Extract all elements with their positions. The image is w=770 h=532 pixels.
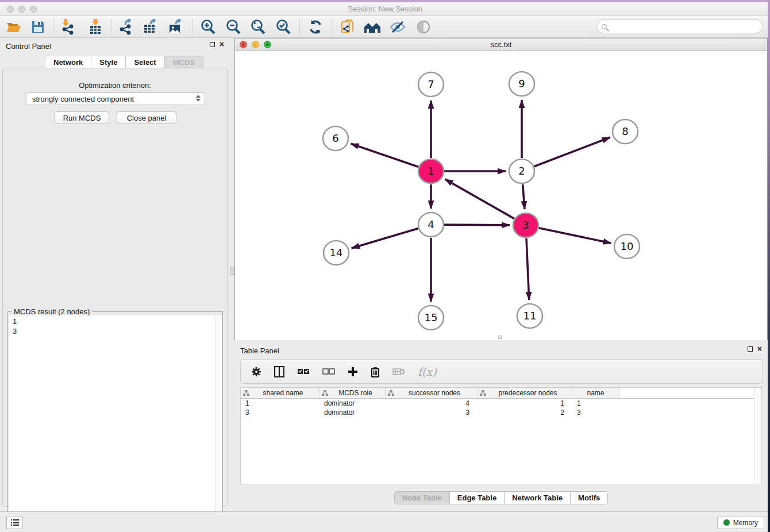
hide-selected-icon[interactable]	[388, 18, 407, 36]
table-header-row: shared name MCDS role successor nodes pr…	[241, 388, 761, 399]
tab-motifs[interactable]: Motifs	[571, 491, 608, 504]
panel-splitter[interactable]	[230, 38, 234, 511]
search-field[interactable]	[596, 20, 763, 33]
column-header-name[interactable]: name	[572, 388, 619, 398]
graph-edge-4-3[interactable]	[444, 225, 510, 225]
table-options-gear-icon[interactable]	[251, 367, 261, 377]
table-scrollbar[interactable]	[754, 388, 761, 484]
graph-node-8[interactable]: 8	[613, 119, 638, 144]
svg-text:9: 9	[518, 78, 525, 90]
splitter-grip[interactable]	[230, 267, 234, 275]
svg-text:1: 1	[428, 165, 434, 177]
mcds-result-scrollbar[interactable]	[215, 315, 221, 529]
graph-node-11[interactable]: 11	[517, 304, 542, 328]
cell-successor-nodes[interactable]: 3	[386, 408, 478, 417]
run-mcds-button[interactable]: Run MCDS	[55, 111, 109, 124]
delete-column-icon[interactable]	[392, 367, 405, 376]
sort-icon	[388, 390, 394, 396]
open-file-icon[interactable]	[5, 18, 23, 36]
graph-node-10[interactable]: 10	[614, 234, 640, 259]
graph-node-6[interactable]: 6	[323, 126, 348, 151]
graph-node-9[interactable]: 9	[509, 72, 534, 96]
graph-node-14[interactable]: 14	[324, 241, 349, 265]
show-all-icon[interactable]	[414, 18, 433, 36]
import-table-icon[interactable]	[86, 18, 105, 36]
tab-network-table[interactable]: Network Table	[505, 491, 571, 504]
select-all-icon[interactable]	[297, 368, 310, 376]
deselect-all-icon[interactable]	[322, 368, 335, 376]
save-session-icon[interactable]	[29, 18, 47, 36]
tab-mcds[interactable]: MCDS	[164, 56, 203, 68]
memory-button[interactable]: Memory	[717, 516, 764, 529]
svg-text:4: 4	[428, 218, 434, 230]
network-canvas[interactable]: 7968124314101511	[235, 51, 767, 340]
float-table-panel-icon[interactable]	[748, 346, 753, 352]
export-image-icon[interactable]	[167, 18, 185, 36]
task-history-button[interactable]	[6, 516, 23, 529]
column-header-mcds-role[interactable]: MCDS role	[319, 388, 386, 398]
close-panel-button[interactable]: Close panel	[117, 111, 176, 124]
refresh-icon[interactable]	[306, 18, 325, 36]
cell-mcds-role[interactable]: dominator	[319, 408, 386, 417]
graph-node-4[interactable]: 4	[418, 213, 444, 237]
cell-shared-name[interactable]: 3	[241, 408, 319, 417]
tab-edge-table[interactable]: Edge Table	[450, 491, 505, 504]
insert-column-icon[interactable]	[274, 366, 284, 377]
zoom-fit-icon[interactable]	[249, 18, 267, 36]
export-table-icon[interactable]	[141, 18, 160, 36]
cell-mcds-role[interactable]: dominator	[319, 399, 386, 408]
table-panel: Table Panel × f(x) shar	[234, 342, 768, 511]
import-network-icon[interactable]	[59, 18, 78, 36]
list-icon	[11, 519, 19, 526]
graph-edge-3-1[interactable]	[445, 179, 514, 219]
graph-node-1[interactable]: 1	[418, 159, 444, 183]
float-panel-icon[interactable]	[210, 42, 215, 47]
tab-style[interactable]: Style	[91, 56, 125, 68]
search-input[interactable]	[610, 22, 763, 30]
cell-name[interactable]: 1	[572, 399, 619, 408]
graph-edge-4-14[interactable]	[352, 229, 418, 248]
graph-node-7[interactable]: 7	[418, 72, 444, 97]
tab-network[interactable]: Network	[45, 56, 91, 68]
cell-name[interactable]: 3	[572, 408, 619, 417]
cell-successor-nodes[interactable]: 4	[386, 399, 478, 408]
tab-select[interactable]: Select	[125, 56, 164, 68]
desktop-background-top	[0, 0, 770, 2]
graph-edge-3-11[interactable]	[526, 238, 529, 300]
column-header-predecessor-nodes[interactable]: predecessor nodes	[478, 388, 572, 398]
zoom-in-icon[interactable]	[199, 18, 217, 36]
function-builder-icon[interactable]: f(x)	[418, 365, 437, 378]
table-row[interactable]: 1 dominator 4 1 1	[241, 399, 761, 408]
search-icon	[602, 24, 607, 29]
graph-node-3[interactable]: 3	[513, 213, 538, 237]
column-header-successor-nodes[interactable]: successor nodes	[386, 388, 478, 398]
svg-text:3: 3	[522, 219, 529, 231]
cell-predecessor-nodes[interactable]: 1	[478, 399, 572, 408]
graph-edge-2-3[interactable]	[523, 184, 525, 209]
toolbar-separator	[53, 20, 53, 34]
close-table-panel-icon[interactable]: ×	[757, 346, 762, 352]
add-row-icon[interactable]	[348, 367, 358, 377]
export-network-icon[interactable]	[117, 18, 135, 36]
cell-predecessor-nodes[interactable]: 2	[478, 408, 572, 417]
graph-edge-2-8[interactable]	[534, 137, 610, 167]
table-row[interactable]: 3 dominator 3 2 3	[241, 408, 761, 417]
graph-edge-3-10[interactable]	[539, 228, 611, 244]
graph-node-15[interactable]: 15	[418, 306, 444, 330]
column-header-shared-name[interactable]: shared name	[241, 388, 319, 398]
svg-text:7: 7	[428, 78, 434, 90]
network-resize-grip[interactable]	[498, 336, 502, 339]
duplicate-network-icon[interactable]	[338, 18, 357, 36]
graph-node-2[interactable]: 2	[509, 159, 534, 183]
mcds-result-group: MCDS result (2 nodes) 1 3	[7, 311, 223, 530]
tab-node-table[interactable]: Node Table	[394, 491, 450, 504]
graph-edge-1-6[interactable]	[351, 144, 418, 167]
first-neighbors-icon[interactable]	[363, 18, 382, 36]
network-window-titlebar[interactable]: x - + scc.txt	[235, 38, 767, 51]
delete-row-icon[interactable]	[371, 366, 380, 377]
optimization-criterion-select[interactable]: strongly connected component	[26, 92, 205, 105]
cell-shared-name[interactable]: 1	[241, 399, 319, 408]
zoom-selected-icon[interactable]	[274, 18, 292, 36]
close-panel-icon[interactable]: ×	[220, 41, 224, 47]
zoom-out-icon[interactable]	[224, 18, 242, 36]
